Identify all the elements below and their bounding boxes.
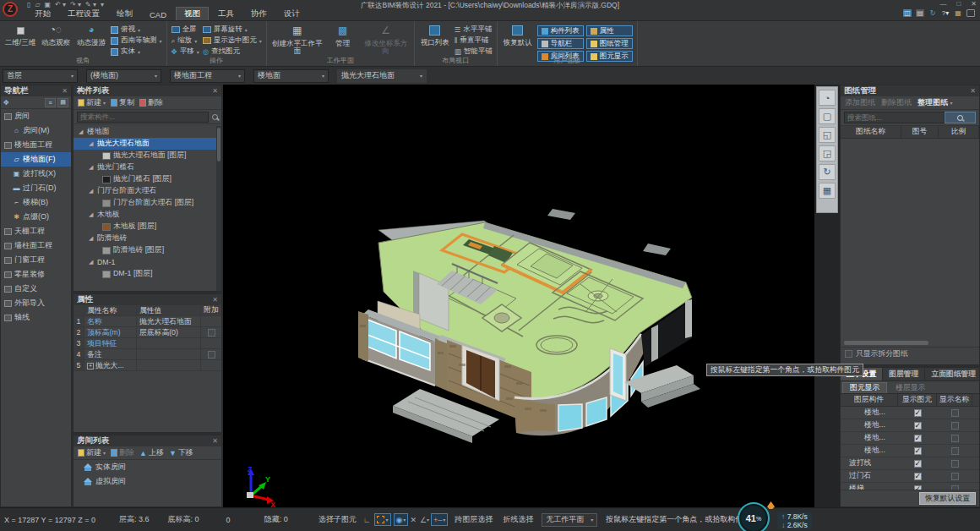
name-checkbox[interactable] [951,435,959,442]
category-selector[interactable]: (楼地面)▾ [86,69,161,83]
nav-group-misc[interactable]: 零星装修 [1,267,71,282]
floor-selector[interactable]: 首层▾ [3,69,78,83]
scrollbar[interactable] [216,126,221,291]
nav-group-axis[interactable]: 轴线 [1,310,71,325]
menu-cad[interactable]: CAD [142,9,174,20]
nav-group-door-window[interactable]: 门窗工程 [1,253,71,267]
tree-node[interactable]: ◢DM-1 [74,256,216,268]
top-view-button[interactable]: 俯视▾ [111,25,162,35]
menu-draw[interactable]: 绘制 [109,8,140,20]
name-checkbox[interactable] [951,473,959,480]
layer-row[interactable]: 楼地... [841,407,979,419]
gift-icon[interactable]: ▦ [954,9,962,17]
tab-layer-manager[interactable]: 图层管理 [883,368,925,380]
drawing-table-body[interactable] [841,139,979,347]
tree-leaf[interactable]: 木地板 [图层] [74,221,216,233]
cube-view-icon[interactable]: ◱ [819,127,836,143]
toggle-properties[interactable]: 属性 [586,25,633,36]
flat-view-icon[interactable]: ▢ [819,108,836,124]
expand-icon[interactable]: + [87,363,94,370]
close-icon[interactable]: ✕ [970,87,976,95]
toggle-component-list[interactable]: 构件列表 [537,25,584,36]
name-checkbox[interactable] [951,422,959,430]
show-checkbox[interactable] [914,460,922,468]
nav-group-room[interactable]: 房间 [1,109,71,123]
message-icon[interactable]: ▤ [916,9,924,17]
copy-component-button[interactable]: 复制 [111,97,134,108]
nav-group-ceiling[interactable]: 天棚工程 [1,224,71,238]
3d-viewport[interactable]: Z Y X [223,85,814,507]
tree-node[interactable]: ◢木地板 [74,209,216,221]
zoom-button[interactable]: ⌕缩放▾ [172,36,199,46]
nav-group-import[interactable]: 外部导入 [1,296,71,310]
layer-row[interactable]: 楼地... [841,432,979,445]
sync-icon[interactable]: ↻ [928,9,937,17]
close-icon[interactable]: ✕ [212,296,218,304]
tree-list-icon[interactable]: ≡ [45,98,56,107]
fullscreen-button[interactable]: 全屏 [172,25,199,35]
property-row[interactable]: 3项目特征 [74,338,221,349]
tree-leaf[interactable]: 门厅台阶面大理石 [图层] [74,197,216,209]
tree-leaf[interactable]: 抛光门槛石 [图层] [74,173,216,185]
menu-view[interactable]: 视图 [176,7,209,20]
horizontal-tile-button[interactable]: ☰水平平铺 [455,25,493,35]
subtab-element-display[interactable]: 图元显示 [842,382,887,393]
layer-row[interactable]: 楼地... [841,445,979,457]
show-checkbox[interactable] [914,409,922,417]
nav-item-wave-border[interactable]: ▣波打线(X) [1,167,71,181]
delete-room-button[interactable]: 删除 [111,447,134,458]
tracking-toggle[interactable]: +‒▾ [431,513,448,526]
cross-layer-select-toggle[interactable]: 跨图层选择 [455,514,493,525]
property-row[interactable]: 5+抛光大... [74,360,221,371]
tree-node[interactable]: ◢抛光门槛石 [74,161,216,173]
grid-list-icon[interactable]: ▦ [819,183,836,199]
create-horizontal-workplane-button[interactable]: ▦创建水平工作平面 [271,25,324,57]
new-component-button[interactable]: 新建▾ [78,97,106,108]
dynamic-orbit-button[interactable]: ◔◌动态观察 [40,24,72,57]
angle-snap-icon[interactable]: ∠ ▾ [418,513,431,526]
component-search-input[interactable] [77,112,209,123]
menu-start[interactable]: 开始 [27,8,58,20]
dynamic-walkthrough-button[interactable]: ◕动态漫游 [75,24,107,57]
nav-item-floor[interactable]: ▱楼地面(F) [1,152,71,167]
osnap-toggle[interactable]: ◉▾ [394,513,409,526]
show-selected-button[interactable]: 显示选中图元▾ [203,36,262,46]
name-checkbox[interactable] [951,447,959,455]
restore-default-button[interactable]: 恢复默认 [502,24,534,57]
close-icon[interactable]: ✕ [212,87,218,95]
property-row[interactable]: 2顶标高(m)层底标高(0) [74,327,221,338]
close-icon[interactable]: ✕ [62,87,68,95]
tab-elevation-drawings[interactable]: 立面图纸管理 [925,368,980,380]
tree-node-selected[interactable]: ◢抛光大理石地面 [74,138,216,150]
property-row[interactable]: 4备注 [74,349,221,360]
nav-item-accent[interactable]: ✱点缀(O) [1,210,71,224]
name-checkbox[interactable] [951,409,959,417]
help-icon[interactable]: ?▾ [941,9,950,17]
rotate-view-icon[interactable]: ↻ [819,164,836,180]
nav-item-threshold-stone[interactable]: ▬过门石(D) [1,181,71,195]
property-row[interactable]: 1名称抛光大理石地面 [74,316,221,327]
restore-button[interactable]: □ [956,0,961,8]
show-checkbox[interactable] [914,473,922,480]
project-type-selector[interactable]: 楼地面工程▾ [170,69,245,83]
tree-node[interactable]: ◢楼地面 [74,126,216,138]
sw-isometric-button[interactable]: 西南等轴测▾ [111,36,162,46]
off-icon[interactable]: ✕ [408,513,418,526]
element-type-selector[interactable]: 楼地面▾ [253,69,329,83]
close-icon[interactable]: ✕ [212,437,218,445]
feedback-icon[interactable] [966,9,975,17]
select-subelement-toggle[interactable]: 选择子图元 [318,514,357,525]
panel-layout-icon[interactable]: ▤ [57,98,68,107]
viewport-list-button[interactable]: 视口列表 [419,24,451,57]
nav-group-wall[interactable]: 墙柱面工程 [1,238,71,253]
add-drawing-button[interactable]: 添加图纸 [845,97,875,108]
toggle-navigator[interactable]: 导航栏 [537,38,584,49]
menu-collaborate[interactable]: 协作 [243,8,275,20]
tree-leaf[interactable]: 抛光大理石地面 [图层] [74,150,216,161]
move-down-button[interactable]: ▼下移 [169,447,193,458]
app-logo[interactable]: Z [3,2,18,17]
delete-component-button[interactable]: 删除 [139,97,163,108]
tree-node[interactable]: ◢门厅台阶面大理石 [74,185,216,197]
checkbox[interactable] [208,329,215,337]
menu-design[interactable]: 设计 [276,8,308,20]
